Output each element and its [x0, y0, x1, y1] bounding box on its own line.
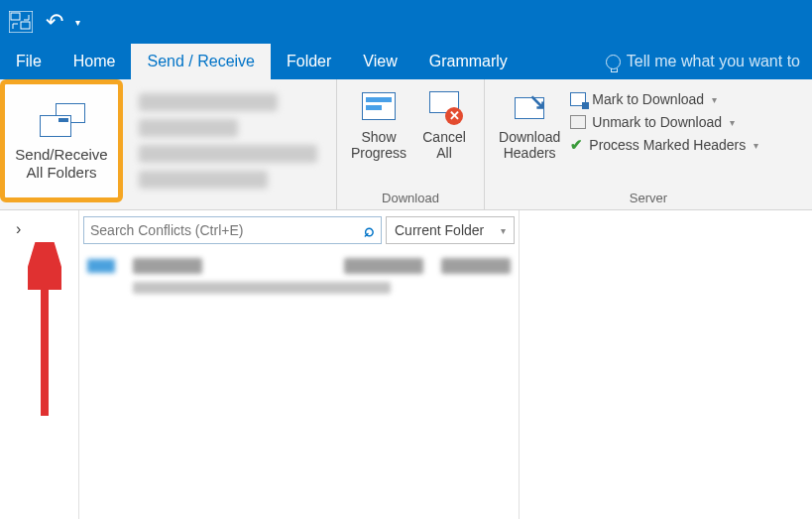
svg-rect-2	[21, 22, 30, 29]
checkmark-icon: ✔	[570, 139, 583, 151]
show-progress-button[interactable]: Show Progress	[345, 83, 412, 161]
search-input[interactable]	[90, 222, 364, 238]
download-headers-icon: ↘	[508, 87, 551, 125]
tab-grammarly[interactable]: Grammarly	[413, 44, 523, 79]
process-marked-headers-button[interactable]: ✔ Process Marked Headers ▾	[566, 135, 762, 155]
tab-view[interactable]: View	[347, 44, 412, 79]
expand-folder-pane-button[interactable]: ›	[0, 220, 78, 238]
tab-send-receive[interactable]: Send / Receive	[131, 44, 271, 79]
title-bar: ↶ ▾	[0, 0, 812, 44]
send-receive-label-1: Send/Receive	[15, 146, 107, 164]
message-list	[79, 250, 519, 302]
qat-customize-dropdown[interactable]: ▾	[75, 17, 80, 28]
send-receive-label-2: All Folders	[15, 164, 107, 182]
tab-folder[interactable]: Folder	[271, 44, 347, 79]
group-label-download: Download	[345, 191, 476, 207]
cancel-all-button[interactable]: ✕ Cancel All	[412, 83, 476, 161]
bulb-icon	[606, 55, 621, 69]
download-headers-button[interactable]: ↘ Download Headers	[493, 83, 566, 161]
progress-icon	[357, 87, 401, 125]
chevron-down-icon: ▾	[501, 225, 506, 236]
search-box[interactable]: ⌕	[83, 216, 382, 244]
send-receive-all-folders-button[interactable]: Send/Receive All Folders	[0, 79, 123, 202]
message-list-pane: ⌕ Current Folder ▾	[79, 210, 520, 519]
folder-pane-collapsed: ›	[0, 210, 79, 519]
tell-me-search[interactable]: Tell me what you want to	[594, 44, 812, 79]
chevron-down-icon: ▾	[754, 140, 758, 151]
reading-pane	[520, 210, 812, 519]
app-icon	[8, 9, 34, 35]
ribbon-tabs: File Home Send / Receive Folder View Gra…	[0, 44, 812, 79]
ribbon: Send/Receive All Folders . Show Progress…	[0, 79, 812, 210]
svg-rect-1	[11, 13, 20, 20]
tell-me-label: Tell me what you want to	[627, 53, 800, 70]
envelope-stack-icon	[34, 100, 89, 140]
cancel-icon: ✕	[422, 87, 466, 125]
annotation-arrow	[28, 242, 61, 421]
search-scope-dropdown[interactable]: Current Folder ▾	[386, 216, 515, 244]
search-icon[interactable]: ⌕	[364, 220, 375, 241]
tab-home[interactable]: Home	[58, 44, 132, 79]
mark-icon	[570, 92, 586, 106]
tab-file[interactable]: File	[0, 44, 58, 79]
unmark-to-download-button[interactable]: Unmark to Download ▾	[566, 112, 762, 132]
content-area: › ⌕ Current Folder ▾	[0, 210, 812, 519]
undo-button[interactable]: ↶	[46, 9, 63, 35]
unmark-icon	[570, 115, 586, 129]
group-label-server: Server	[493, 191, 804, 207]
chevron-down-icon: ▾	[730, 117, 735, 128]
mark-to-download-button[interactable]: Mark to Download ▾	[566, 89, 762, 109]
chevron-down-icon: ▾	[712, 94, 717, 105]
